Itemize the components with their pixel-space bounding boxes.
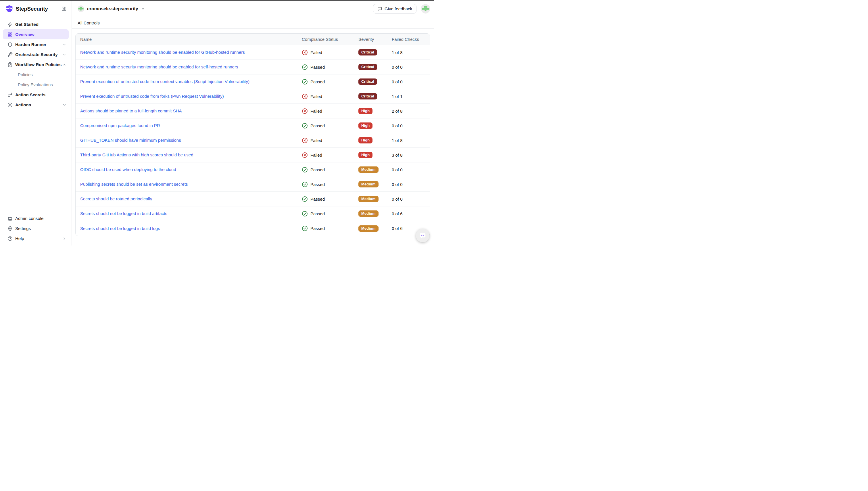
severity-cell: Medium: [358, 225, 392, 232]
status-label: Passed: [310, 65, 325, 69]
table-row: Secrets should not be logged in build lo…: [76, 221, 430, 236]
compliance-status-cell: Failed: [302, 108, 358, 114]
chat-launcher-button[interactable]: [416, 229, 429, 242]
compliance-status-cell: Failed: [302, 152, 358, 158]
severity-badge: Medium: [358, 181, 379, 187]
control-link[interactable]: OIDC should be used when deploying to th…: [80, 167, 176, 172]
control-link[interactable]: Secrets should not be logged in build ar…: [80, 211, 167, 216]
severity-badge: Critical: [358, 64, 377, 70]
compliance-status-cell: Passed: [302, 64, 358, 70]
control-link[interactable]: Actions should be pinned to a full-lengt…: [80, 108, 182, 113]
sidebar-item-label: Action Secrets: [15, 92, 46, 97]
sidebar-item-action-secrets[interactable]: Action Secrets: [3, 90, 69, 100]
control-link[interactable]: GITHUB_TOKEN should have minimum permiss…: [80, 138, 181, 143]
control-name-cell: Secrets should be rotated periodically: [80, 196, 302, 202]
control-link[interactable]: Third-party GitHub Actions with high sco…: [80, 152, 193, 157]
status-label: Failed: [310, 109, 322, 114]
sidebar-item-overview[interactable]: Overview: [3, 29, 69, 39]
column-header-failed-checks: Failed Checks: [392, 37, 425, 42]
column-header-compliance-status: Compliance Status: [302, 37, 358, 42]
control-link[interactable]: Secrets should be rotated periodically: [80, 196, 152, 201]
column-header-name: Name: [80, 37, 302, 42]
severity-badge: Medium: [358, 210, 379, 217]
control-link[interactable]: Prevent execution of untrusted code from…: [80, 79, 249, 84]
check-circle-icon: [302, 225, 308, 231]
sidebar-item-workflow-run-policies[interactable]: Workflow Run Policies: [3, 59, 69, 69]
status-label: Failed: [310, 94, 322, 99]
sidebar-item-help[interactable]: Help: [3, 233, 69, 243]
failed-checks-cell: 0 of 0: [392, 182, 425, 187]
table-row: Network and runtime security monitoring …: [76, 45, 430, 60]
status-label: Failed: [310, 153, 322, 157]
section-header: All Controls: [72, 17, 434, 29]
content-area: NameCompliance StatusSeverityFailed Chec…: [72, 29, 434, 246]
control-link[interactable]: Network and runtime security monitoring …: [80, 64, 238, 69]
sidebar-item-orchestrate-security[interactable]: Orchestrate Security: [3, 50, 69, 59]
table-row: Network and runtime security monitoring …: [76, 60, 430, 75]
chat-bubble-icon: [419, 232, 426, 239]
table-row: Secrets should be rotated periodicallyPa…: [76, 192, 430, 206]
control-link[interactable]: Compromised npm packages found in PR: [80, 123, 160, 128]
user-avatar: [421, 4, 430, 13]
status-label: Failed: [310, 50, 322, 55]
org-selector[interactable]: eromosele-stepsecurity: [78, 5, 145, 12]
table-row: OIDC should be used when deploying to th…: [76, 163, 430, 177]
status-label: Passed: [310, 211, 325, 216]
give-feedback-button[interactable]: Give feedback: [373, 4, 416, 13]
severity-cell: High: [358, 137, 392, 143]
severity-badge: High: [358, 137, 372, 143]
severity-cell: Medium: [358, 196, 392, 202]
severity-badge: High: [358, 108, 372, 114]
failed-checks-cell: 0 of 0: [392, 197, 425, 202]
chevron-down-icon: [62, 42, 66, 47]
control-link[interactable]: Publishing secrets should be set as envi…: [80, 182, 188, 186]
chevron-down-icon: [141, 7, 145, 11]
control-link[interactable]: Secrets should not be logged in build lo…: [80, 226, 160, 231]
wrench-icon: [7, 52, 13, 57]
sidebar: StepSecurity Get StartedOverviewHarden R…: [0, 1, 72, 246]
sidebar-item-label: Policies: [18, 72, 33, 77]
sidebar-item-settings[interactable]: Settings: [3, 223, 69, 233]
severity-badge: Critical: [358, 79, 377, 85]
status-label: Passed: [310, 197, 325, 202]
compliance-status-cell: Passed: [302, 225, 358, 231]
table-row: Third-party GitHub Actions with high sco…: [76, 148, 430, 163]
help-circle-icon: [7, 236, 13, 241]
chevron-right-icon: [62, 237, 66, 241]
sidebar-item-get-started[interactable]: Get Started: [3, 19, 69, 29]
control-link[interactable]: Network and runtime security monitoring …: [80, 50, 245, 55]
severity-badge: Medium: [358, 225, 379, 232]
sidebar-collapse-button[interactable]: [60, 5, 67, 13]
message-square-icon: [378, 7, 382, 11]
user-menu-button[interactable]: [421, 4, 430, 13]
sidebar-item-label: Overview: [15, 32, 34, 37]
compliance-status-cell: Passed: [302, 123, 358, 129]
failed-checks-cell: 2 of 8: [392, 109, 425, 114]
sidebar-item-actions[interactable]: Actions: [3, 100, 69, 110]
sidebar-item-policies[interactable]: Policies: [3, 69, 69, 80]
check-circle-icon: [302, 181, 308, 187]
check-circle-icon: [302, 196, 308, 202]
severity-badge: High: [358, 152, 372, 158]
x-circle-icon: [302, 93, 308, 99]
control-name-cell: Network and runtime security monitoring …: [80, 50, 302, 55]
sidebar-item-policy-evaluations[interactable]: Policy Evaluations: [3, 80, 69, 90]
x-circle-icon: [302, 108, 308, 114]
control-link[interactable]: Prevent execution of untrusted code from…: [80, 94, 224, 98]
topbar-right-group: Give feedback: [373, 4, 430, 13]
table-row: Actions should be pinned to a full-lengt…: [76, 104, 430, 118]
severity-cell: Medium: [358, 167, 392, 173]
severity-badge: Medium: [358, 196, 379, 202]
sidebar-item-harden-runner[interactable]: Harden Runner: [3, 39, 69, 50]
sidebar-item-label: Actions: [15, 102, 31, 107]
control-name-cell: Publishing secrets should be set as envi…: [80, 182, 302, 187]
main-area: eromosele-stepsecurity Give feedback: [72, 1, 434, 246]
check-circle-icon: [302, 211, 308, 217]
status-label: Passed: [310, 123, 325, 128]
sidebar-item-admin-console[interactable]: Admin console: [3, 213, 69, 223]
table-row: Compromised npm packages found in PRPass…: [76, 118, 430, 133]
compliance-status-cell: Failed: [302, 93, 358, 99]
table-row: Prevent execution of untrusted code from…: [76, 75, 430, 89]
severity-cell: Critical: [358, 79, 392, 85]
severity-cell: High: [358, 108, 392, 114]
